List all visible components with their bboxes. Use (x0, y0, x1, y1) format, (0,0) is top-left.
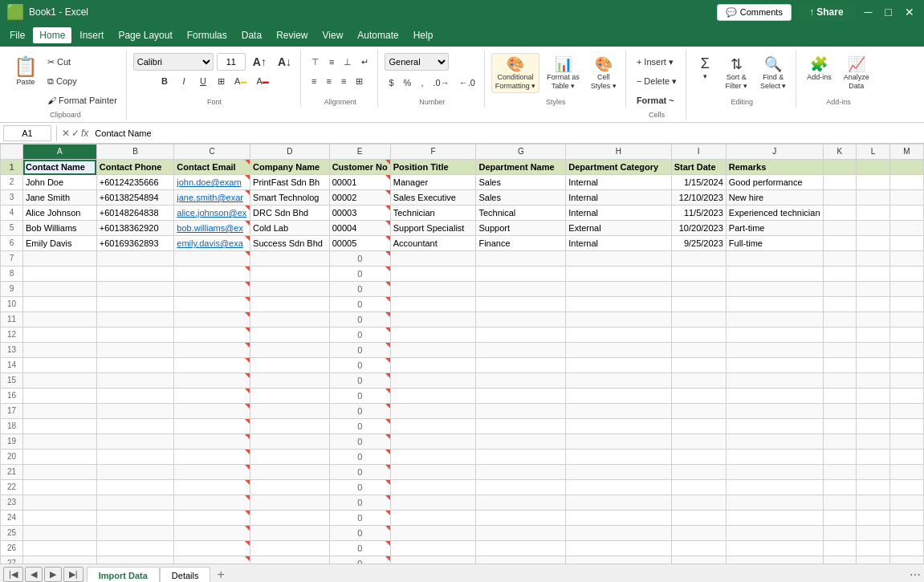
cell[interactable] (823, 297, 857, 312)
cell[interactable] (726, 450, 823, 465)
fill-color-button[interactable]: A▬ (230, 72, 250, 90)
wrap-text-button[interactable]: ↵ (357, 53, 372, 71)
cell[interactable]: 0 (329, 328, 390, 343)
cell[interactable] (671, 556, 726, 564)
conditional-formatting-button[interactable]: 🎨 ConditionalFormatting ▾ (491, 53, 540, 93)
cell[interactable] (250, 282, 330, 297)
number-format-select[interactable]: General (385, 53, 449, 71)
cell[interactable] (476, 404, 566, 419)
merge-center-button[interactable]: ⊞ (352, 72, 367, 90)
cell[interactable] (23, 373, 97, 389)
cell[interactable] (566, 511, 671, 526)
cell[interactable] (96, 389, 174, 404)
cell[interactable] (823, 267, 857, 282)
cell[interactable] (823, 495, 857, 511)
cell[interactable] (889, 404, 923, 419)
cell[interactable] (476, 450, 566, 465)
cell[interactable]: Contact Phone (96, 160, 174, 175)
cell[interactable] (174, 480, 250, 495)
cell[interactable] (889, 190, 923, 206)
cell[interactable] (96, 404, 174, 419)
cell[interactable] (96, 465, 174, 480)
cell[interactable] (566, 541, 671, 556)
cell[interactable] (390, 541, 476, 556)
cell[interactable]: 0 (329, 358, 390, 373)
cell[interactable] (671, 251, 726, 267)
cell[interactable] (889, 328, 923, 343)
row-number[interactable]: 16 (1, 389, 23, 404)
cell[interactable]: Internal (566, 175, 671, 190)
cell[interactable]: 0 (329, 556, 390, 564)
cell[interactable] (671, 373, 726, 389)
cell[interactable]: 0 (329, 465, 390, 480)
align-middle-button[interactable]: ≡ (325, 53, 338, 71)
cell[interactable] (23, 465, 97, 480)
align-right-button[interactable]: ≡ (337, 72, 350, 90)
cell[interactable]: 0 (329, 541, 390, 556)
cell[interactable]: Department Name (476, 160, 566, 175)
row-number[interactable]: 4 (1, 206, 23, 221)
cell[interactable] (823, 389, 857, 404)
cell[interactable] (889, 511, 923, 526)
cell[interactable] (390, 465, 476, 480)
cell[interactable] (174, 267, 250, 282)
cell[interactable] (566, 480, 671, 495)
comma-button[interactable]: , (417, 74, 427, 92)
italic-button[interactable]: I (175, 72, 193, 90)
cell[interactable]: John Doe (23, 175, 97, 190)
cell[interactable] (23, 328, 97, 343)
menu-formulas[interactable]: Formulas (181, 27, 234, 43)
close-button[interactable]: ✕ (902, 4, 918, 20)
add-sheet-button[interactable]: + (210, 567, 230, 583)
cell[interactable]: Bob Williams (23, 221, 97, 236)
cell[interactable]: Technical (476, 206, 566, 221)
menu-file[interactable]: File (3, 27, 31, 43)
col-header-C[interactable]: C (174, 144, 250, 160)
cell[interactable] (390, 480, 476, 495)
cell[interactable] (889, 495, 923, 511)
cell[interactable] (857, 541, 889, 556)
cell[interactable]: john.doe@exam (174, 175, 250, 190)
cell[interactable] (726, 480, 823, 495)
cell[interactable]: PrintFast Sdn Bh (250, 175, 330, 190)
cell[interactable] (671, 450, 726, 465)
cell[interactable] (476, 465, 566, 480)
cell[interactable]: 0 (329, 434, 390, 450)
cell[interactable] (671, 434, 726, 450)
cell[interactable] (476, 267, 566, 282)
cell[interactable] (823, 511, 857, 526)
row-number[interactable]: 9 (1, 282, 23, 297)
cell[interactable] (889, 450, 923, 465)
row-number[interactable]: 7 (1, 251, 23, 267)
cell[interactable] (823, 160, 857, 175)
cell[interactable]: DRC Sdn Bhd (250, 206, 330, 221)
cell[interactable] (823, 358, 857, 373)
cell[interactable] (823, 404, 857, 419)
cell[interactable]: 0 (329, 343, 390, 358)
cell[interactable] (726, 343, 823, 358)
align-left-button[interactable]: ≡ (307, 72, 320, 90)
cell[interactable] (96, 297, 174, 312)
cell[interactable] (476, 526, 566, 541)
cell[interactable] (23, 358, 97, 373)
cell[interactable] (823, 465, 857, 480)
cell[interactable]: Smart Technolog (250, 190, 330, 206)
cell[interactable] (857, 404, 889, 419)
cell[interactable] (174, 526, 250, 541)
align-top-button[interactable]: ⊤ (307, 53, 324, 71)
formula-input[interactable] (92, 125, 921, 141)
cell[interactable] (857, 221, 889, 236)
cell[interactable] (857, 297, 889, 312)
cell[interactable] (726, 373, 823, 389)
cell[interactable]: 1/15/2024 (671, 175, 726, 190)
cell[interactable]: Customer No (329, 160, 390, 175)
cell[interactable] (857, 419, 889, 434)
decrease-decimal-button[interactable]: ←.0 (455, 74, 479, 92)
share-button[interactable]: ↑ Share (798, 3, 855, 21)
cell[interactable] (390, 251, 476, 267)
cell[interactable] (250, 450, 330, 465)
cell[interactable] (23, 541, 97, 556)
confirm-formula-icon[interactable]: ✓ (71, 128, 79, 139)
cell[interactable] (96, 373, 174, 389)
col-header-F[interactable]: F (390, 144, 476, 160)
